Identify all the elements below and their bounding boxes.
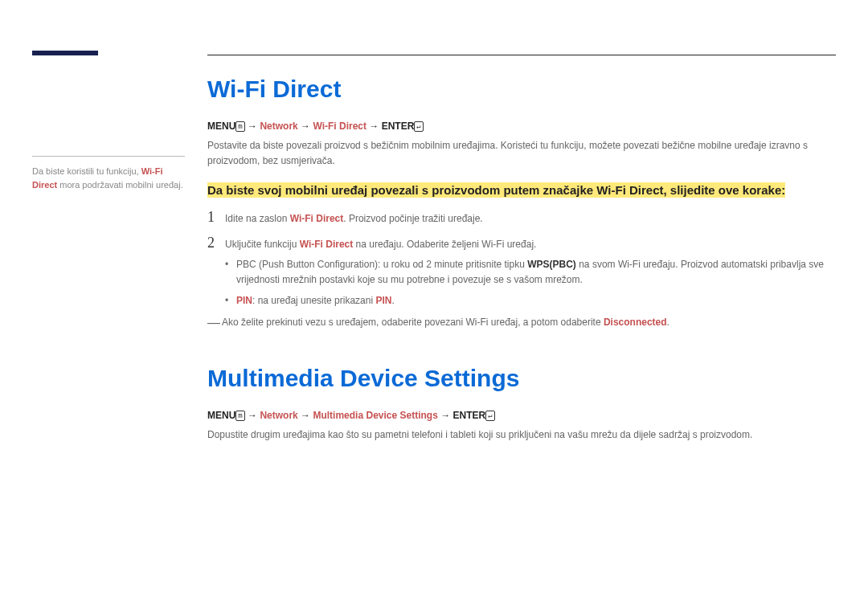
- footnote-post: .: [667, 317, 669, 328]
- step-2-body: Uključite funkciju Wi-Fi Direct na uređa…: [225, 237, 836, 252]
- section1-footnote: ― Ako želite prekinuti vezu s uređajem, …: [207, 317, 836, 329]
- sub-pin-end: .: [391, 295, 394, 306]
- step-2: 2 Uključite funkciju Wi-Fi Direct na ure…: [207, 235, 836, 252]
- step-1: 1 Idite na zaslon Wi-Fi Direct. Proizvod…: [207, 209, 836, 227]
- menu-icon: m: [235, 411, 244, 421]
- nav-enter-label: ENTER: [382, 121, 415, 132]
- sub-pbc-bold: WPS(PBC): [527, 259, 576, 270]
- sub-pbc-body: PBC (Push Button Configuration): u roku …: [236, 257, 836, 288]
- footnote-body: Ako želite prekinuti vezu s uređajem, od…: [222, 317, 669, 328]
- sub-pin-value: PIN: [375, 295, 391, 306]
- step-2-pre: Uključite funkciju: [225, 239, 300, 250]
- nav-menu-label: MENU: [207, 121, 235, 132]
- footnote-dash-icon: ―: [207, 317, 222, 329]
- sub-bullet-pin: • PIN: na uređaj unesite prikazani PIN.: [225, 293, 836, 309]
- step-1-accent: Wi-Fi Direct: [290, 213, 344, 224]
- sub-bullet-list: • PBC (Push Button Configuration): u rok…: [225, 257, 836, 309]
- step-2-accent: Wi-Fi Direct: [300, 239, 354, 250]
- sub-pin-label: PIN: [236, 295, 252, 306]
- enter-icon: ↵: [414, 121, 423, 132]
- step-1-pre: Idite na zaslon: [225, 213, 290, 224]
- main-content: Wi-Fi Direct MENUm → Network → Wi-Fi Dir…: [207, 76, 836, 454]
- section1-description: Postavite da biste povezali proizvod s b…: [207, 138, 836, 169]
- sub-pbc-pre: PBC (Push Button Configuration): u roku …: [236, 259, 527, 270]
- section1-title: Wi-Fi Direct: [207, 76, 836, 103]
- enter-icon: ↵: [485, 411, 494, 421]
- section1-highlight-row: Da biste svoj mobilni uređaj povezali s …: [207, 180, 836, 201]
- footnote-pre: Ako želite prekinuti vezu s uređajem, od…: [222, 317, 604, 328]
- step-2-number: 2: [207, 235, 225, 251]
- section2-description: Dopustite drugim uređajima kao što su pa…: [207, 427, 836, 443]
- bullet-dot: •: [225, 257, 236, 272]
- nav-arrow: →: [245, 410, 260, 421]
- step-1-number: 1: [207, 209, 225, 226]
- manual-page: Da biste koristili tu funkciju, Wi-Fi Di…: [0, 0, 868, 613]
- sidebar-note-pre: Da biste koristili tu funkciju,: [32, 166, 141, 176]
- nav-network: Network: [260, 410, 297, 421]
- nav-network: Network: [260, 121, 297, 132]
- nav-arrow: →: [438, 410, 453, 421]
- sub-bullet-pbc: • PBC (Push Button Configuration): u rok…: [225, 257, 836, 288]
- nav-menu-label: MENU: [207, 410, 235, 421]
- section1-nav-path: MENUm → Network → Wi-Fi Direct → ENTER↵: [207, 121, 836, 132]
- header-accent-bar: [32, 51, 98, 55]
- sub-pin-mid: : na uređaj unesite prikazani: [252, 295, 375, 306]
- section2-nav-path: MENUm → Network → Multimedia Device Sett…: [207, 410, 836, 421]
- step-1-body: Idite na zaslon Wi-Fi Direct. Proizvod p…: [225, 211, 836, 227]
- nav-arrow: →: [298, 121, 313, 132]
- section1-highlight: Da biste svoj mobilni uređaj povezali s …: [207, 182, 785, 198]
- footnote-accent: Disconnected: [604, 317, 667, 328]
- sidebar-note-post: mora podržavati mobilni uređaj.: [57, 180, 183, 190]
- menu-icon: m: [235, 121, 244, 132]
- nav-arrow: →: [366, 121, 382, 132]
- step-1-post: . Proizvod počinje tražiti uređaje.: [343, 213, 482, 224]
- bullet-dot: •: [225, 293, 236, 309]
- nav-mds: Multimedia Device Settings: [313, 410, 437, 421]
- nav-enter-label: ENTER: [453, 410, 486, 421]
- step-2-post: na uređaju. Odaberite željeni Wi-Fi uređ…: [353, 239, 536, 250]
- sub-pin-body: PIN: na uređaj unesite prikazani PIN.: [236, 293, 836, 309]
- nav-wifi-direct: Wi-Fi Direct: [313, 121, 366, 132]
- sidebar-note: Da biste koristili tu funkciju, Wi-Fi Di…: [32, 156, 185, 191]
- section2-title: Multimedia Device Settings: [207, 365, 836, 392]
- nav-arrow: →: [298, 410, 313, 421]
- nav-arrow: →: [245, 121, 260, 132]
- header-rule: [207, 55, 836, 55]
